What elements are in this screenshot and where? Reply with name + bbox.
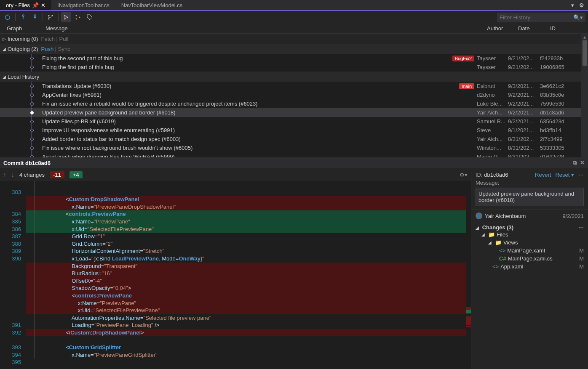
refresh-button[interactable] <box>3 12 13 22</box>
diff-viewer: ↑ ↓ 4 changes -11 +4 ⚙▾ 3833843853863873… <box>0 168 471 369</box>
author-name: Yair Aichenbaum <box>485 213 526 219</box>
pull-link[interactable]: Pull <box>59 36 69 42</box>
author-date: 9/2/2021 <box>562 213 584 219</box>
tree-folder[interactable]: ◢📁Views <box>476 239 584 247</box>
branch-button[interactable] <box>45 12 56 22</box>
tag-button[interactable] <box>85 12 95 22</box>
tree-folder[interactable]: ◢📁Files <box>476 231 584 239</box>
tab-file[interactable]: NavToolbarViewModel.cs <box>115 0 189 10</box>
changes-header[interactable]: Changes (3) <box>482 224 513 231</box>
commit-row[interactable]: AppCenter fixes (#5981) d2dyno9/2/2021..… <box>0 90 581 99</box>
code-diff[interactable]: 383384385386387388389390391392393394395 … <box>0 181 471 369</box>
branch-badge: main <box>459 83 474 89</box>
more-icon[interactable]: ⋯ <box>578 172 584 178</box>
tab-label: NavToolbarViewModel.cs <box>121 2 183 8</box>
commit-row[interactable]: Fix an issue where a rebuild would be tr… <box>0 99 581 108</box>
commit-id: db1c8ad6 <box>484 172 508 178</box>
commit-row[interactable]: Improve UI responsiveness while enumerat… <box>0 126 581 135</box>
more-icon[interactable]: ⋯ <box>578 224 584 231</box>
tab-label: ory - Files <box>6 2 30 8</box>
csharp-icon: C# <box>499 255 506 262</box>
outgoing-section[interactable]: ◢ Outgoing (2) Push | Sync <box>0 44 581 54</box>
pin-icon[interactable]: 📌 <box>32 2 38 8</box>
history-toolbar: 🔍▾ <box>0 11 588 24</box>
commit-row[interactable]: Fix issue where root background brush wo… <box>0 143 581 152</box>
search-icon[interactable]: 🔍▾ <box>573 14 583 21</box>
commit-header: Commit db1c8ad6 ⧉ ✕ <box>0 157 588 168</box>
changes-count: 4 changes <box>19 172 45 178</box>
commit-row[interactable]: Updated preview pane background and bord… <box>0 108 581 117</box>
close-icon[interactable]: ✕ <box>41 2 45 8</box>
close-icon[interactable]: ✕ <box>580 159 585 166</box>
minimap[interactable] <box>466 181 471 369</box>
editor-tabs: ory - Files 📌 ✕ INavigationToolbar.cs Na… <box>0 0 588 11</box>
prev-change-button[interactable]: ↑ <box>3 171 6 178</box>
commit-row[interactable]: Fixing the first part of this bug Taysse… <box>0 63 581 72</box>
commit-row[interactable]: Added border to status bar to match desi… <box>0 135 581 143</box>
incoming-label: Incoming (0) <box>8 36 38 42</box>
commit-details-panel: ID: db1c8ad6 Revert Reset ▾ ⋯ Message: U… <box>471 168 588 369</box>
tree-file[interactable]: C#MainPage.xaml.csM <box>476 255 584 263</box>
xaml-icon: <> <box>492 263 499 270</box>
tab-label: INavigationToolbar.cs <box>57 2 110 8</box>
history-panel: ▷ Incoming (0) Fetch | Pull ◢ Outgoing (… <box>0 34 588 157</box>
col-graph: Graph <box>3 25 42 32</box>
fetch-link[interactable]: Fetch <box>41 36 55 42</box>
line-gutter: 383384385386387388389390391392393394395 <box>0 181 26 369</box>
merge-button[interactable] <box>73 12 83 22</box>
svg-point-0 <box>22 15 24 16</box>
svg-point-9 <box>76 19 77 20</box>
col-id: ID <box>547 25 581 32</box>
msg-label: Message: <box>476 180 584 186</box>
collapse-icon[interactable]: ◢ <box>3 74 6 79</box>
commit-row[interactable]: Update Files.pt-BR.xlf (#6019) Samuel R.… <box>0 117 581 126</box>
sync-link[interactable]: Sync <box>58 46 70 52</box>
history-columns: Graph Message Author Date ID <box>0 24 588 34</box>
col-author: Author <box>484 25 515 32</box>
tab-file[interactable]: INavigationToolbar.cs <box>51 0 115 10</box>
collapse-icon[interactable]: ◢ <box>3 47 6 51</box>
col-message: Message <box>42 25 484 32</box>
commit-message: Updated preview pane background and bord… <box>476 188 584 206</box>
commit-row[interactable]: Fixing the second part of this bug BugFi… <box>0 54 581 63</box>
deletions-badge: -11 <box>50 171 64 178</box>
outgoing-label: Outgoing (2) <box>8 46 38 52</box>
tab-active[interactable]: ory - Files 📌 ✕ <box>0 0 51 10</box>
tree-file[interactable]: <>App.xamlM <box>476 263 584 271</box>
changes-tree: ◢ Changes (3) ⋯ ◢📁Files ◢📁Views <>MainPa… <box>471 222 588 273</box>
expand-icon[interactable]: ▷ <box>3 37 6 41</box>
xaml-icon: <> <box>499 247 505 254</box>
incoming-section[interactable]: ▷ Incoming (0) Fetch | Pull <box>0 34 581 44</box>
local-history-section[interactable]: ◢ Local History <box>0 72 581 82</box>
col-date: Date <box>515 25 547 32</box>
commit-row[interactable]: Avoid crash when dragging files from Win… <box>0 152 581 157</box>
diff-area: ↑ ↓ 4 changes -11 +4 ⚙▾ 3833843853863873… <box>0 168 588 369</box>
diff-toolbar: ↑ ↓ 4 changes -11 +4 ⚙▾ <box>0 168 471 181</box>
commit-row[interactable]: Translations Update (#6030) main Esibrut… <box>0 82 581 90</box>
next-change-button[interactable]: ↓ <box>11 171 14 178</box>
branch-badge: BugFix2 <box>452 56 474 61</box>
layout-icon[interactable]: ⧉ <box>573 159 577 166</box>
tree-file[interactable]: <>MainPage.xamlM <box>476 247 584 255</box>
reset-button[interactable]: Reset ▾ <box>555 172 574 178</box>
scrollbar[interactable]: ▴ <box>581 34 588 157</box>
push-link[interactable]: Push <box>41 46 54 52</box>
code-lines: <Custom:DropShadowPanel x:Name="PreviewP… <box>26 181 466 369</box>
filter-history-box[interactable]: 🔍▾ <box>497 13 585 22</box>
revert-button[interactable]: Revert <box>535 172 551 178</box>
fetch-button[interactable] <box>18 12 28 22</box>
gear-icon[interactable]: ⚙▾ <box>460 172 468 178</box>
svg-point-1 <box>34 15 36 16</box>
id-label: ID: <box>476 172 483 178</box>
graph-view-button[interactable] <box>61 12 71 22</box>
folder-icon: 📁 <box>495 239 502 246</box>
svg-point-8 <box>76 15 77 16</box>
folder-icon: 📁 <box>488 231 495 238</box>
gear-icon[interactable]: ⚙ <box>579 2 585 8</box>
pull-button[interactable] <box>30 12 40 22</box>
filter-input[interactable] <box>500 14 567 21</box>
additions-badge: +4 <box>69 171 83 178</box>
dropdown-icon[interactable]: ▾ <box>569 2 575 8</box>
svg-point-10 <box>79 17 80 18</box>
avatar: 👤 <box>476 212 482 219</box>
